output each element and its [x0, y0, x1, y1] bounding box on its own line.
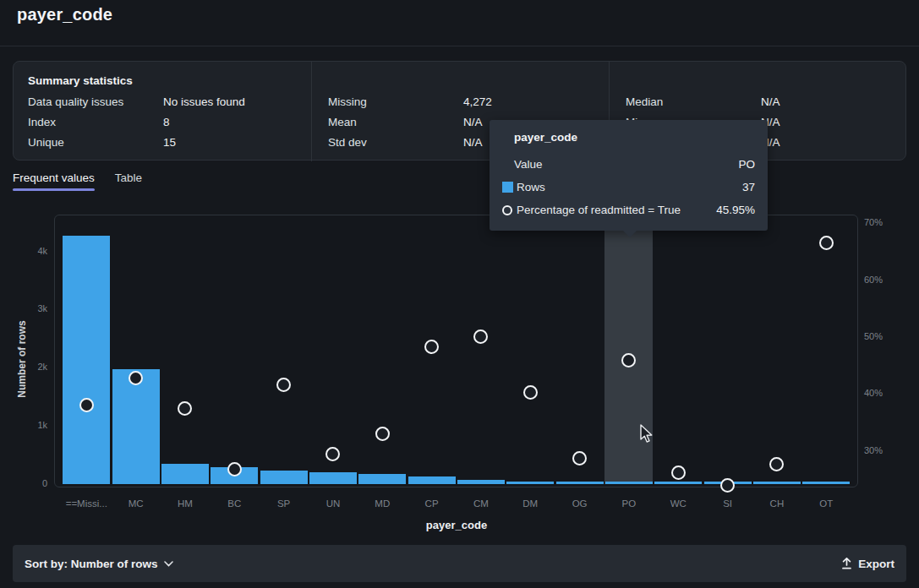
stat-row: Unique 15: [28, 133, 303, 153]
page-title: payer_code: [17, 5, 112, 24]
y-tick-label-left: 1k: [19, 420, 47, 430]
y-tick-label-left: 4k: [19, 246, 47, 256]
stat-value: N/A: [463, 112, 483, 133]
frequency-bar[interactable]: [112, 369, 160, 484]
plot-area: [54, 215, 858, 487]
tooltip-title: payer_code: [502, 131, 755, 153]
readmitted-marker[interactable]: [227, 462, 242, 476]
tooltip-icon-slot: [502, 182, 517, 193]
export-label: Export: [858, 558, 894, 570]
frequency-bar[interactable]: [408, 476, 456, 484]
column-profile-page: payer_code Summary statistics Data quali…: [0, 0, 919, 588]
stat-row: Index 8: [28, 112, 303, 133]
stat-value: N/A: [463, 133, 483, 153]
tooltip-label: Value: [514, 158, 738, 171]
circle-marker-icon: [502, 205, 512, 215]
chart-tooltip: payer_code Value PO Rows 37 Percentage o…: [490, 120, 768, 231]
summary-title: Summary statistics: [28, 72, 303, 92]
stat-value: 8: [163, 112, 170, 133]
summary-panel: Summary statistics Data quality issues N…: [13, 61, 906, 161]
stat-label: Data quality issues: [28, 92, 163, 112]
tooltip-label: Percentage of readmitted = True: [517, 204, 716, 216]
frequency-bar[interactable]: [654, 482, 702, 484]
stat-value: N/A: [761, 92, 780, 112]
rows-swatch-icon: [502, 182, 513, 193]
stat-label: Index: [28, 112, 163, 133]
export-button[interactable]: Export: [841, 558, 894, 570]
tooltip-row-rows: Rows 37: [502, 176, 755, 199]
frequency-bar[interactable]: [506, 482, 554, 484]
readmitted-marker[interactable]: [424, 340, 439, 354]
tooltip-label: Rows: [517, 181, 742, 193]
sort-by-button[interactable]: Sort by: Number of rows: [25, 558, 173, 570]
tab-bar: Frequent values Table: [13, 172, 142, 191]
chevron-down-icon: [164, 561, 173, 567]
tooltip-value: PO: [738, 158, 755, 171]
footer-bar: Sort by: Number of rows Export: [13, 545, 906, 582]
frequency-bar[interactable]: [358, 474, 406, 484]
readmitted-marker[interactable]: [819, 236, 834, 250]
frequency-bar[interactable]: [556, 482, 604, 484]
tooltip-arrow: [623, 231, 637, 237]
active-tab-underline: [13, 188, 95, 191]
y-tick-label-right: 50%: [864, 331, 898, 341]
readmitted-marker[interactable]: [671, 466, 686, 480]
frequency-bar[interactable]: [161, 464, 209, 484]
readmitted-marker[interactable]: [375, 427, 390, 441]
readmitted-marker[interactable]: [473, 329, 488, 344]
x-axis-title: payer_code: [372, 519, 541, 531]
readmitted-marker[interactable]: [621, 353, 636, 368]
summary-column-1: Summary statistics Data quality issues N…: [14, 62, 311, 161]
frequency-bar[interactable]: [260, 471, 308, 484]
mouse-cursor: [639, 424, 656, 444]
readmitted-marker[interactable]: [129, 371, 143, 385]
readmitted-marker[interactable]: [572, 451, 587, 466]
stat-value: No issues found: [163, 92, 245, 112]
stat-row: Median N/A: [626, 92, 897, 112]
stat-row: Missing 4,272: [328, 92, 600, 112]
upload-icon: [841, 558, 852, 569]
frequency-bar[interactable]: [457, 480, 505, 484]
tooltip-value: 45.95%: [716, 204, 755, 216]
stat-label: Unique: [28, 133, 163, 153]
stat-label: Mean: [328, 112, 463, 133]
frequency-bar[interactable]: [63, 236, 110, 484]
y-tick-label-right: 30%: [864, 445, 898, 455]
stat-row: Data quality issues No issues found: [28, 92, 303, 112]
frequency-bar[interactable]: [802, 482, 850, 484]
stat-label: Median: [626, 92, 761, 112]
tooltip-value: 37: [742, 181, 755, 193]
readmitted-marker[interactable]: [523, 385, 538, 400]
readmitted-marker[interactable]: [79, 398, 94, 412]
stat-label: Missing: [328, 92, 463, 112]
y-tick-label-right: 60%: [864, 275, 898, 285]
sort-by-label: Sort by: Number of rows: [25, 558, 158, 570]
tooltip-row-percentage: Percentage of readmitted = True 45.95%: [502, 199, 755, 221]
tab-frequent-values[interactable]: Frequent values: [13, 172, 95, 191]
y-tick-label-left: 0: [19, 478, 47, 488]
tab-label: Table: [115, 172, 142, 184]
x-tick-label: OT: [796, 498, 856, 509]
stat-label: Std dev: [328, 133, 463, 153]
tooltip-row-value: Value PO: [502, 153, 755, 176]
frequency-bar[interactable]: [753, 482, 801, 484]
stat-value: 4,272: [463, 92, 492, 112]
frequency-bar[interactable]: [309, 472, 357, 484]
frequency-bar[interactable]: [605, 482, 653, 484]
left-axis-title: Number of rows: [16, 300, 28, 418]
readmitted-marker[interactable]: [720, 478, 735, 493]
y-tick-label-right: 70%: [864, 217, 898, 227]
tab-table[interactable]: Table: [115, 172, 142, 191]
y-tick-label-right: 40%: [864, 388, 898, 398]
header-divider: [0, 46, 919, 46]
tooltip-icon-slot: [502, 205, 517, 215]
tab-label: Frequent values: [13, 172, 95, 184]
stat-value: 15: [163, 133, 176, 153]
readmitted-marker[interactable]: [276, 378, 291, 392]
